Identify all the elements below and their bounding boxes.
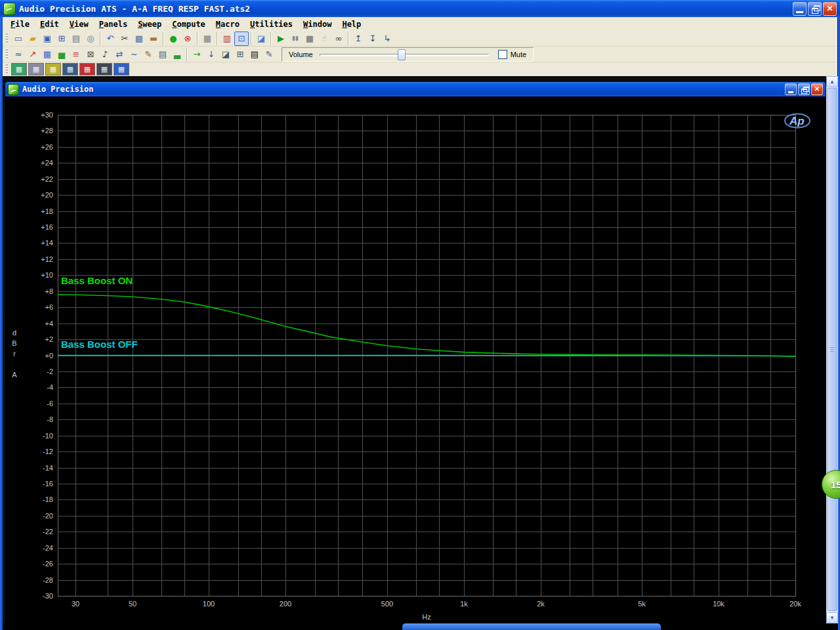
bargraph-panel-button[interactable]: ▃ xyxy=(170,47,184,62)
go-monitor-button[interactable]: ● xyxy=(166,32,180,46)
graph-close-button[interactable]: ✕ xyxy=(811,83,823,95)
probe-button[interactable]: ✎ xyxy=(141,47,156,62)
menu-help[interactable]: Help xyxy=(337,18,366,30)
vertical-scrollbar[interactable]: ▲ ▼ xyxy=(826,76,838,623)
scroll-down-button[interactable]: ▼ xyxy=(826,612,838,623)
menu-edit[interactable]: Edit xyxy=(35,18,64,30)
paste-icon: ▬ xyxy=(150,34,158,43)
new-test-button[interactable]: ▭ xyxy=(11,32,26,46)
data-editor-icon: ⊞ xyxy=(237,50,244,58)
background-window-fragment[interactable] xyxy=(402,623,661,630)
paste-button[interactable]: ▬ xyxy=(146,32,161,46)
dcx-panel-button[interactable]: ⊠ xyxy=(83,47,98,62)
sweep-pause-button[interactable]: ▮▮ xyxy=(288,32,303,46)
toolbar-standard: ▭▰▣⊞▤◎↶✂▩▬●⊗▦▥⊡◪▶▮▮■☝∞↥↧↳ xyxy=(3,31,837,47)
digital-display-icon[interactable]: ▦ xyxy=(114,63,129,75)
speaker-monitor-button[interactable]: ♪ xyxy=(98,47,112,62)
mute-checkbox[interactable] xyxy=(498,50,507,59)
toolbar-grip[interactable] xyxy=(6,33,8,44)
graph-minimize-button[interactable] xyxy=(785,83,797,95)
window-border-left xyxy=(0,17,3,630)
regulation-panel-button[interactable]: ▤ xyxy=(156,47,170,62)
vu-display-icon[interactable]: ▦ xyxy=(45,63,61,75)
scrollbar-thumb[interactable] xyxy=(827,88,837,611)
svg-text:-2: -2 xyxy=(47,368,53,375)
copy-settings-up-button[interactable]: ↥ xyxy=(351,32,366,46)
graph-monitor-button[interactable]: ◪ xyxy=(254,32,268,46)
find-button[interactable]: ∞ xyxy=(331,32,346,46)
print-preview-button[interactable]: ◎ xyxy=(83,32,98,46)
graph-panel-button[interactable]: ◪ xyxy=(219,47,233,62)
undo-button[interactable]: ↶ xyxy=(103,32,117,46)
abort-button[interactable]: ⊗ xyxy=(180,32,195,46)
learn-mode-button[interactable]: ▥ xyxy=(220,32,234,46)
toolbar-grip[interactable] xyxy=(6,64,8,75)
restore-button[interactable] xyxy=(808,2,822,16)
append-sweep-button[interactable]: ↳ xyxy=(380,32,394,46)
start-arrow-button[interactable]: → xyxy=(190,47,204,62)
menu-view[interactable]: View xyxy=(64,18,94,30)
menu-utilities[interactable]: Utilities xyxy=(245,18,298,30)
data-editor-button[interactable]: ⊞ xyxy=(233,47,247,62)
graph-restore-button[interactable] xyxy=(798,83,810,95)
open-test-button[interactable]: ▰ xyxy=(26,32,40,46)
analog-analyzer-button[interactable]: ≈ xyxy=(11,47,26,62)
clip-indicator-glyph: ▦ xyxy=(84,66,91,73)
menu-panels[interactable]: Panels xyxy=(94,18,133,30)
volume-slider[interactable] xyxy=(320,49,489,60)
sweep-stop-button[interactable]: ■ xyxy=(303,32,317,46)
menu-window[interactable]: Window xyxy=(298,18,337,30)
volume-slider-thumb[interactable] xyxy=(398,49,406,60)
menu-sweep[interactable]: Sweep xyxy=(133,18,167,30)
open-test-icon: ▰ xyxy=(30,34,36,43)
print-icon: ▤ xyxy=(72,34,80,43)
menu-file[interactable]: File xyxy=(5,18,35,30)
sweep-start-button[interactable]: ▶ xyxy=(274,32,288,46)
copy-settings-down-button[interactable]: ↧ xyxy=(366,32,380,46)
svg-text:r: r xyxy=(13,350,16,358)
regulation-button[interactable]: ▦ xyxy=(200,32,215,46)
pan-hand-button[interactable]: ☝ xyxy=(317,32,331,46)
append-data-button[interactable]: ↓ xyxy=(204,47,219,62)
svg-text:Bass Boost OFF: Bass Boost OFF xyxy=(61,339,138,350)
sweep-panel-button[interactable]: ⇄ xyxy=(112,47,127,62)
toolbar-separator xyxy=(348,32,349,45)
keys-panel-icon[interactable]: ▦ xyxy=(28,63,44,75)
digital-generator-button[interactable]: ▅ xyxy=(54,47,69,62)
cut-button[interactable]: ✂ xyxy=(117,32,132,46)
copy-settings-up-icon: ↥ xyxy=(355,34,362,43)
copy-button[interactable]: ▩ xyxy=(132,32,146,46)
menu-bar: FileEditViewPanelsSweepComputeMacroUtili… xyxy=(3,17,837,31)
svg-text:Ap: Ap xyxy=(789,115,805,127)
analog-generator-button[interactable]: ↗ xyxy=(26,47,40,62)
digital-analyzer-button[interactable]: ▦ xyxy=(40,47,54,62)
level-meters-button[interactable]: ≡ xyxy=(69,47,83,62)
menu-compute[interactable]: Compute xyxy=(167,18,211,30)
clip-indicator-icon[interactable]: ▦ xyxy=(79,63,95,75)
speaker-monitor-icon: ♪ xyxy=(102,50,108,58)
svg-text:Hz: Hz xyxy=(422,613,430,621)
log-file-button[interactable]: ✎ xyxy=(262,47,276,62)
minimize-button[interactable] xyxy=(793,2,807,16)
panel-copy-button[interactable]: ⊡ xyxy=(234,32,249,46)
save-all-button[interactable]: ⊞ xyxy=(54,32,69,46)
io-status-display-icon[interactable]: ▦ xyxy=(11,63,27,75)
panel-copy-icon: ⊡ xyxy=(238,34,245,43)
settling-panel-button[interactable]: ∼ xyxy=(127,47,141,62)
menu-macro[interactable]: Macro xyxy=(211,18,245,30)
router-panel-icon[interactable]: ▦ xyxy=(96,63,112,75)
toolbar-grip[interactable] xyxy=(6,49,8,60)
svg-text:+2: +2 xyxy=(45,335,53,343)
svg-text:B: B xyxy=(12,339,16,347)
graph-window-titlebar[interactable]: Audio Precision ✕ xyxy=(5,82,826,96)
keyboard-panel-button[interactable]: ▤ xyxy=(247,47,262,62)
save-test-button[interactable]: ▣ xyxy=(40,32,54,46)
copy-icon: ▩ xyxy=(135,34,143,43)
scroll-up-button[interactable]: ▲ xyxy=(826,76,838,87)
dcx-panel-icon: ⊠ xyxy=(87,50,94,58)
sweep-start-icon: ▶ xyxy=(278,34,284,43)
toolbar-separator xyxy=(217,32,218,45)
close-button[interactable]: ✕ xyxy=(823,2,837,16)
patch-panel-icon[interactable]: ▦ xyxy=(62,63,78,75)
print-button[interactable]: ▤ xyxy=(69,32,83,46)
